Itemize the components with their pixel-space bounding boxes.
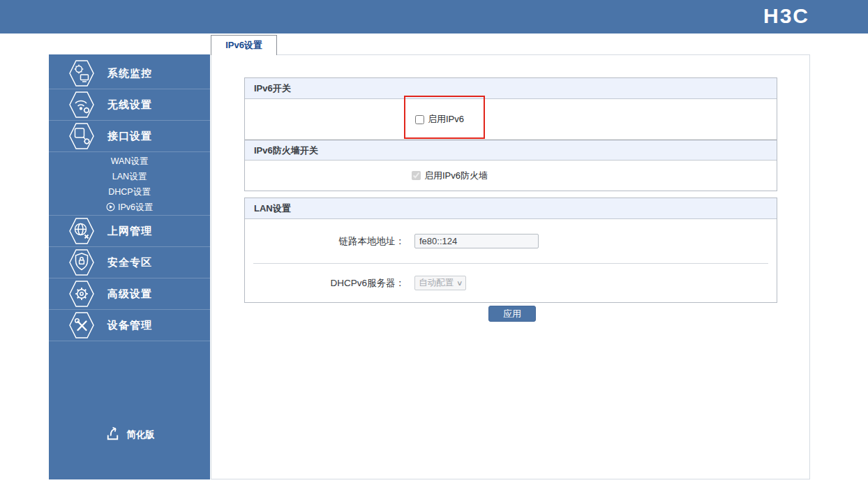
sidebar-item-internet-management[interactable]: 上网管理 [49,216,210,247]
sidebar-subitem-dhcp[interactable]: DHCP设置 [49,184,210,200]
enable-ipv6-checkbox-wrap[interactable]: 启用IPv6 [415,113,464,126]
advanced-settings-icon [68,279,95,308]
ipv6-switch-box: IPv6开关 启用IPv6 IPv6防火墙开关 启用IPv6防火墙 [244,77,777,191]
dhcpv6-server-select[interactable]: 自动配置 ∨ [414,276,466,290]
link-local-address-label: 链路本地地址： [245,235,410,248]
section-header-ipv6-firewall: IPv6防火墙开关 [245,140,777,161]
sidebar-item-label: 设备管理 [107,319,152,332]
ipv6-firewall-row: 启用IPv6防火墙 [245,161,777,191]
main-content-panel: IPv6开关 启用IPv6 IPv6防火墙开关 启用IPv6防火墙 LAN设置 … [211,54,810,479]
h3c-logo: H3C [763,4,809,28]
sidebar-item-advanced-settings[interactable]: 高级设置 [49,278,210,310]
sidebar-item-interface-settings[interactable]: 接口设置 [49,121,210,152]
apply-button[interactable]: 应用 [488,306,536,322]
exit-arrow-icon [104,425,121,445]
sidebar-item-label: 上网管理 [107,225,152,238]
security-zone-icon [68,248,95,277]
sidebar-item-device-management[interactable]: 设备管理 [49,310,210,341]
tab-ipv6-settings[interactable]: IPv6设置 [211,35,277,55]
dhcpv6-server-row: DHCPv6服务器： 自动配置 ∨ [245,264,777,302]
system-monitor-icon [68,59,95,88]
chevron-down-icon: ∨ [456,279,463,287]
subitem-label: WAN设置 [111,156,149,166]
subitem-label: DHCP设置 [108,187,150,197]
sidebar-subitem-wan[interactable]: WAN设置 [49,154,210,169]
section-header-lan-settings: LAN设置 [245,198,777,219]
sidebar-submenu-interface: WAN设置 LAN设置 DHCP设置 IPv6设置 [49,152,210,216]
wireless-settings-icon [68,90,95,119]
sidebar-item-label: 无线设置 [107,98,152,112]
simplified-label: 简化版 [126,429,155,441]
selected-play-icon [106,201,115,216]
section-header-ipv6-switch: IPv6开关 [245,78,777,99]
enable-ipv6-label: 启用IPv6 [428,113,464,126]
link-local-address-row: 链路本地地址： [245,219,777,263]
lan-settings-box: LAN设置 链路本地地址： DHCPv6服务器： 自动配置 ∨ [244,198,777,303]
sidebar-subitem-lan[interactable]: LAN设置 [49,169,210,184]
sidebar-subitem-ipv6[interactable]: IPv6设置 [49,200,210,215]
sidebar-item-wireless-settings[interactable]: 无线设置 [49,89,210,121]
link-local-address-input[interactable] [414,234,539,248]
internet-management-icon [68,216,95,246]
sidebar-item-label: 系统监控 [107,67,152,80]
dhcpv6-server-label: DHCPv6服务器： [245,277,410,290]
sidebar-item-system-monitor[interactable]: 系统监控 [49,58,210,89]
enable-ipv6-checkbox[interactable] [415,115,424,124]
subitem-label: IPv6设置 [118,202,153,212]
sidebar-item-label: 高级设置 [107,288,152,301]
sidebar-item-label: 接口设置 [107,130,152,143]
sidebar-item-label: 安全专区 [107,256,152,269]
sidebar-item-security-zone[interactable]: 安全专区 [49,247,210,278]
ipv6-enable-row: 启用IPv6 [245,99,777,140]
enable-ipv6-firewall-checkbox [412,171,421,180]
sidebar-simplified-link[interactable]: 简化版 [49,419,210,450]
device-management-icon [68,311,95,340]
subitem-label: LAN设置 [112,172,147,181]
sidebar-nav: 系统监控 无线设置 [49,54,210,479]
top-header-bar: H3C [0,0,868,33]
interface-settings-icon [68,121,95,151]
dhcpv6-selected-value: 自动配置 [419,277,454,289]
enable-ipv6-firewall-label: 启用IPv6防火墙 [424,170,488,182]
page: H3C IPv6设置 系统监控 [0,0,868,499]
enable-ipv6-firewall-checkbox-wrap: 启用IPv6防火墙 [412,170,488,182]
